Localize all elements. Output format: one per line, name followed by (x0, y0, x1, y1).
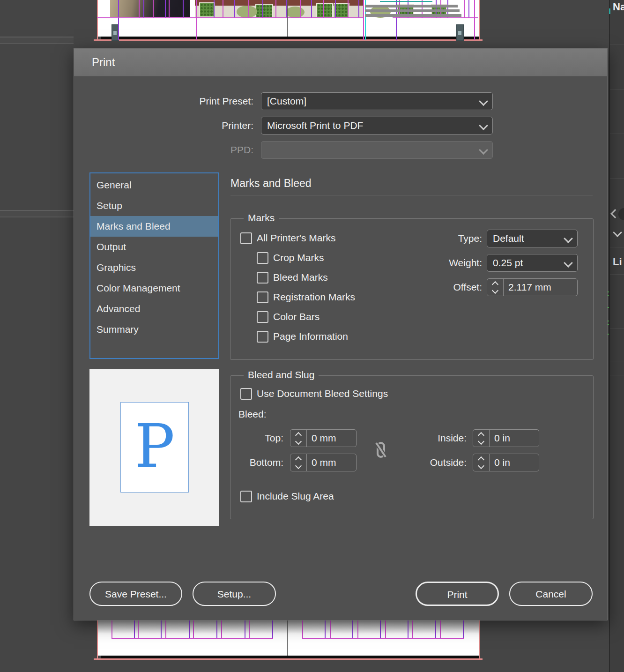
print-preview-thumbnail[interactable]: P (89, 369, 219, 526)
teal-bracket-mark (609, 8, 610, 14)
bleed-bottom-stepper[interactable]: 0 mm (290, 454, 357, 471)
chevron-down-icon (564, 258, 573, 268)
bleed-bottom-label: Bottom: (213, 454, 283, 471)
bleed-bottom-value[interactable]: 0 mm (307, 454, 356, 471)
crop-marks-checkbox[interactable] (257, 252, 268, 264)
setup-button[interactable]: Setup... (193, 582, 276, 606)
spin-down-icon[interactable] (478, 462, 484, 469)
sidebar-item-color-management[interactable]: Color Management (90, 278, 218, 299)
app-panel-separator (0, 37, 74, 44)
bleed-inside-label: Inside: (396, 429, 467, 447)
all-printers-marks-label: All Printer's Marks (257, 232, 336, 244)
bleed-label: Bleed: (238, 409, 267, 420)
bleed-top-stepper[interactable]: 0 mm (290, 429, 357, 447)
links-panel-header: Li (613, 256, 622, 268)
preview-letter: P (121, 406, 188, 486)
bleed-outside-label: Outside: (396, 454, 467, 471)
sidebar-item-setup[interactable]: Setup (90, 195, 218, 216)
include-slug-area-label: Include Slug Area (257, 491, 334, 502)
type-label: Type: (389, 230, 482, 247)
include-slug-area-checkbox[interactable] (240, 491, 252, 502)
sidebar-item-general[interactable]: General (90, 175, 218, 195)
page-information-label: Page Information (273, 331, 348, 342)
bleed-top-label: Top: (213, 429, 283, 447)
bleed-marks-label: Bleed Marks (273, 272, 328, 283)
bleed-inside-value[interactable]: 0 in (490, 430, 539, 447)
bleed-top-value[interactable]: 0 mm (307, 430, 356, 447)
spin-down-icon[interactable] (295, 438, 302, 444)
chevron-down-icon (479, 145, 488, 155)
bleed-outside-value[interactable]: 0 in (490, 454, 539, 471)
spin-down-icon[interactable] (478, 438, 484, 444)
spin-down-icon[interactable] (295, 462, 302, 469)
print-preset-label: Print Preset: (120, 92, 253, 110)
printer-label: Printer: (120, 117, 253, 134)
settings-section-list: General Setup Marks and Bleed Output Gra… (89, 172, 219, 359)
spin-up-icon[interactable] (478, 432, 484, 438)
all-printers-marks-checkbox[interactable] (240, 232, 252, 244)
marks-group-legend: Marks (244, 212, 279, 224)
docked-panel-strip (609, 0, 624, 672)
printer-select[interactable]: Microsoft Print to PDF (261, 117, 493, 134)
page-marker-right (456, 24, 464, 41)
print-preset-select[interactable]: [Custom] (261, 92, 493, 110)
sidebar-item-output[interactable]: Output (90, 237, 218, 257)
print-dialog: Print Print Preset: [Custom] Printer: Mi… (74, 48, 608, 620)
dialog-shadow-on-page (97, 620, 479, 634)
bleed-and-slug-legend: Bleed and Slug (244, 369, 319, 381)
save-preset-button[interactable]: Save Preset... (89, 582, 182, 606)
printer-value: Microsoft Print to PDF (261, 120, 480, 131)
unlink-icon[interactable] (373, 439, 389, 461)
print-preset-value: [Custom] (261, 96, 480, 107)
offset-value[interactable]: 2.117 mm (504, 279, 577, 296)
chevron-down-icon (564, 234, 573, 243)
offset-label: Offset: (389, 278, 482, 296)
bleed-guide-bottom (94, 658, 483, 660)
sidebar-item-graphics[interactable]: Graphics (90, 257, 218, 278)
spin-up-icon[interactable] (478, 456, 484, 463)
sidebar-item-summary[interactable]: Summary (90, 319, 218, 340)
offset-stepper[interactable]: 2.117 mm (487, 278, 578, 296)
ppd-label: PPD: (120, 141, 253, 159)
page-title: Marks and Bleed (230, 177, 312, 190)
color-bars-label: Color Bars (273, 311, 319, 322)
cancel-button[interactable]: Cancel (509, 582, 593, 606)
chevron-down-icon (479, 97, 488, 106)
dialog-titlebar[interactable]: Print (74, 49, 607, 76)
bleed-marks-checkbox[interactable] (257, 272, 268, 284)
layers-name-column-header: Na (613, 1, 624, 13)
registration-marks-label: Registration Marks (273, 291, 355, 303)
bleed-guide-top (94, 39, 483, 41)
sidebar-item-advanced[interactable]: Advanced (90, 299, 218, 319)
sidebar-item-marks-and-bleed[interactable]: Marks and Bleed (90, 216, 218, 237)
use-document-bleed-label: Use Document Bleed Settings (257, 388, 388, 399)
registration-marks-checkbox[interactable] (257, 291, 268, 303)
heading-divider (230, 195, 593, 195)
bleed-outside-stepper[interactable]: 0 in (473, 454, 539, 471)
type-select[interactable]: Default (487, 230, 578, 247)
weight-select[interactable]: 0.25 pt (487, 254, 578, 272)
spin-down-icon[interactable] (492, 287, 498, 293)
spin-up-icon[interactable] (295, 432, 302, 438)
app-panel-separator (0, 210, 74, 217)
spin-up-icon[interactable] (492, 281, 498, 287)
preview-page: P (120, 402, 189, 493)
hallway-photo (110, 0, 190, 17)
weight-value: 0.25 pt (487, 257, 565, 269)
weight-label: Weight: (389, 254, 482, 272)
crop-marks-label: Crop Marks (273, 252, 324, 263)
chevron-down-icon (479, 121, 488, 130)
use-document-bleed-checkbox[interactable] (240, 388, 252, 400)
ppd-select (261, 141, 493, 159)
spin-up-icon[interactable] (295, 456, 302, 463)
print-button[interactable]: Print (416, 582, 499, 606)
bleed-inside-stepper[interactable]: 0 in (473, 429, 539, 447)
type-value: Default (487, 233, 565, 244)
dialog-title: Print (92, 49, 115, 76)
page-information-checkbox[interactable] (257, 331, 268, 343)
color-bars-checkbox[interactable] (257, 311, 268, 323)
